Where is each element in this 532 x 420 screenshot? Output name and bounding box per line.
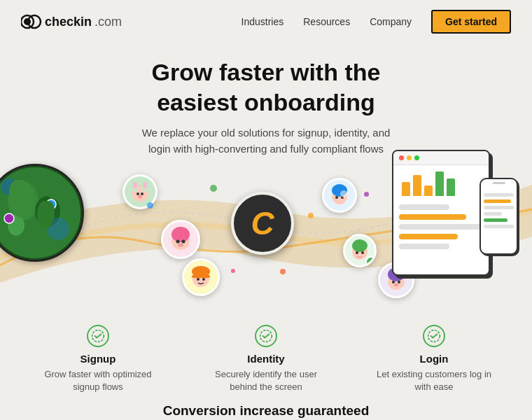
svg-point-51 — [394, 284, 398, 286]
login-title: Login — [371, 353, 497, 365]
svg-point-33 — [197, 278, 200, 281]
signup-check-icon — [87, 325, 109, 347]
login-check-icon — [423, 325, 445, 347]
svg-point-12 — [4, 214, 14, 223]
svg-point-9 — [47, 218, 69, 240]
svg-point-27 — [182, 240, 186, 244]
svg-point-43 — [352, 239, 368, 252]
logo-text: checkin — [45, 15, 92, 29]
deco-dot-6 — [231, 269, 235, 273]
deco-dot-3 — [147, 202, 153, 209]
svg-point-25 — [172, 227, 190, 242]
feature-signup: Signup Grow faster with optimized signup… — [35, 325, 161, 393]
avatar-2 — [161, 220, 200, 259]
hero-heading: Grow faster with the easiest onboarding — [84, 57, 448, 117]
navigation: checkin.com Industries Resources Company… — [0, 0, 532, 43]
svg-point-34 — [202, 278, 205, 281]
svg-point-19 — [143, 182, 147, 189]
nav-resources[interactable]: Resources — [303, 16, 350, 27]
deco-dot-4 — [364, 192, 369, 197]
svg-point-28 — [178, 244, 183, 247]
conversion-heading: Conversion increase guaranteed — [14, 403, 518, 419]
svg-point-21 — [141, 192, 144, 195]
logo-domain: .com — [94, 15, 122, 29]
svg-point-45 — [361, 251, 364, 254]
identity-check-icon — [255, 325, 277, 347]
nav-get-started-button[interactable]: Get started — [431, 10, 511, 34]
svg-point-26 — [176, 240, 180, 244]
svg-point-8 — [1, 178, 18, 195]
avatar-5: ✓ — [343, 234, 377, 267]
svg-point-7 — [48, 188, 62, 200]
deco-dot-2 — [308, 213, 314, 218]
svg-point-38 — [335, 196, 338, 199]
illustration-section: ✓ C — [0, 150, 532, 318]
feature-login: Login Let existing customers log in with… — [371, 325, 497, 393]
deco-dot-1 — [210, 185, 217, 192]
signup-description: Grow faster with optimized signup flows — [35, 368, 161, 393]
nav-company[interactable]: Company — [370, 16, 412, 27]
browser-mockup — [392, 150, 490, 276]
login-description: Let existing customers log in with ease — [371, 368, 497, 393]
features-section: Signup Grow faster with optimized signup… — [0, 318, 532, 393]
svg-rect-32 — [192, 275, 210, 278]
phone-mockup — [479, 178, 518, 255]
nav-links: Industries Resources Company Get started — [241, 10, 511, 34]
bottom-cta-section: Conversion increase guaranteed Get start… — [0, 393, 532, 420]
svg-point-40 — [340, 190, 347, 197]
svg-point-20 — [136, 192, 139, 195]
nav-industries[interactable]: Industries — [241, 16, 284, 27]
svg-point-44 — [356, 251, 358, 254]
svg-point-50 — [398, 281, 400, 284]
svg-point-49 — [392, 281, 395, 284]
logo-icon — [21, 13, 42, 30]
logo-c-circle: C — [231, 192, 294, 255]
feature-identity: Identity Securely identify the user behi… — [203, 325, 329, 393]
deco-dot-5 — [280, 269, 286, 274]
svg-point-22 — [138, 195, 142, 198]
avatar-4 — [322, 178, 357, 213]
hero-section: Grow faster with the easiest onboarding … — [0, 43, 532, 157]
avatar-3 — [182, 258, 220, 296]
identity-title: Identity — [203, 353, 329, 365]
signup-title: Signup — [35, 353, 161, 365]
svg-point-13 — [46, 200, 56, 209]
logo: checkin.com — [21, 13, 122, 30]
identity-description: Securely identify the user behind the sc… — [203, 368, 329, 393]
svg-point-18 — [133, 182, 137, 189]
svg-point-11 — [21, 188, 32, 200]
svg-point-2 — [24, 18, 31, 25]
